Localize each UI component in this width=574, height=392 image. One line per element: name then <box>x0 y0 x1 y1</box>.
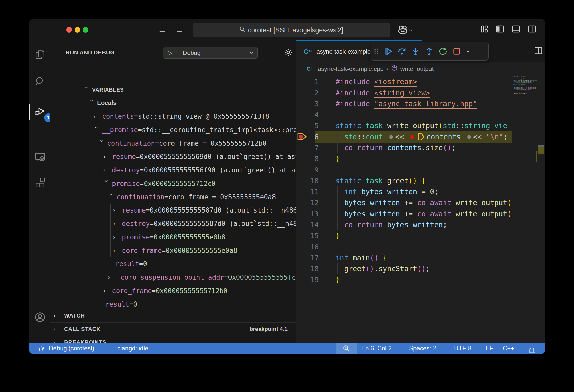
status-eol[interactable]: LF <box>486 343 493 354</box>
section-watch[interactable]: ›WATCH <box>50 309 296 322</box>
step-into-icon[interactable] <box>409 44 422 58</box>
stop-icon[interactable] <box>450 44 464 58</box>
code-line[interactable]: #include "async-task-library.hpp" <box>336 98 512 110</box>
line-number[interactable]: 16 <box>299 242 319 253</box>
variable-row[interactable]: ›coro_frame = 0x00005555555712b0 <box>103 284 227 297</box>
toggle-panel-icon[interactable] <box>511 24 521 35</box>
command-center-search[interactable]: corotest [SSH: avogelsges-wsl2] <box>193 23 390 37</box>
profile-avatar-icon[interactable] <box>397 24 408 37</box>
start-debug-icon[interactable]: ▷ <box>163 47 177 58</box>
customize-layout-icon[interactable] <box>480 24 489 35</box>
notifications-bell-icon[interactable] <box>528 344 536 354</box>
navigate-forward-button[interactable]: → <box>175 25 184 35</box>
line-number[interactable]: 8 <box>299 153 319 164</box>
navigate-back-button[interactable]: ← <box>158 25 166 35</box>
code-line[interactable]: std::cout << contents << "\n"; <box>336 131 512 143</box>
variable-row[interactable]: ›contents = std::string_view @ 0x5555555… <box>93 110 269 123</box>
variable-row[interactable]: ›coro_frame = 0x000055555555e0a8 <box>113 244 237 257</box>
remote-explorer-icon[interactable] <box>34 151 46 163</box>
code-line[interactable]: bytes_written += co_await write_output(c… <box>336 208 512 220</box>
section-breakpoints[interactable]: ›BREAKPOINTS <box>50 336 296 343</box>
toolbar-more-chevron-icon[interactable]: › <box>464 44 473 58</box>
line-number[interactable]: 11 <box>299 186 319 198</box>
split-editor-icon[interactable] <box>534 46 543 56</box>
line-number[interactable]: 2 <box>299 87 319 99</box>
section-call-stack[interactable]: ›CALL STACKbreakpoint 4.1 <box>50 322 296 336</box>
line-number[interactable]: 5 <box>299 120 319 131</box>
debug-status-label[interactable]: Debug (corotest) <box>49 343 94 354</box>
step-over-icon[interactable] <box>395 44 409 58</box>
code-line[interactable]: bytes_written += co_await write_output(c… <box>336 197 512 208</box>
minimap[interactable]: #include <iostream>#include <string_view… <box>513 75 537 343</box>
editor-more-actions-icon[interactable]: ··· <box>545 46 545 55</box>
code-line[interactable]: } <box>336 230 512 242</box>
status-language[interactable]: C++ <box>503 343 514 354</box>
code-line[interactable]: greet().syncStart(); <box>336 263 512 275</box>
accounts-icon[interactable] <box>34 311 46 323</box>
code-line[interactable]: co_return contents.size(); <box>336 142 512 154</box>
code-line[interactable] <box>336 164 512 176</box>
code-editor[interactable]: 1#include <iostream>2#include <string_vi… <box>296 75 545 343</box>
variable-row[interactable]: ›continuation = coro frame = 0x55555555e… <box>108 190 276 204</box>
restart-icon[interactable] <box>436 44 450 58</box>
line-number[interactable]: 19 <box>299 274 319 285</box>
breadcrumb-symbol[interactable]: write_output <box>400 65 434 72</box>
line-number[interactable]: 3 <box>299 98 319 110</box>
breadcrumb-file[interactable]: async-task-example.cpp <box>318 65 384 72</box>
line-number[interactable]: 4 <box>299 109 319 120</box>
variable-row[interactable]: ›_coro_suspension_point_addr = 0x0000555… <box>108 271 296 284</box>
code-line[interactable]: static task greet() { <box>336 175 512 187</box>
variable-row[interactable]: ›promise = 0x00005555555712c0 <box>103 177 216 190</box>
code-line[interactable] <box>336 242 512 253</box>
line-number[interactable]: 6 <box>299 131 319 143</box>
code-line[interactable]: #include <string_view> <box>336 87 512 99</box>
tree-section-locals[interactable]: ›Locals <box>89 96 117 110</box>
line-number[interactable]: 18 <box>299 263 319 275</box>
extensions-icon[interactable] <box>34 178 46 189</box>
zoom-status-cell[interactable] <box>336 343 357 354</box>
line-number[interactable]: 9 <box>299 164 319 176</box>
line-number[interactable]: 7 <box>299 142 319 154</box>
code-line[interactable]: } <box>336 274 512 285</box>
explorer-icon[interactable] <box>34 49 46 61</box>
code-line[interactable]: static task write_output(std::string_vie <box>336 120 512 131</box>
continue-icon[interactable] <box>381 44 395 58</box>
status-encoding[interactable]: UTF-8 <box>454 343 471 354</box>
code-line[interactable]: co_return bytes_written; <box>336 219 512 231</box>
code-line[interactable]: int main() { <box>336 252 512 264</box>
status-indentation[interactable]: Spaces: 2 <box>409 343 436 354</box>
variable-row[interactable]: ›promise = 0x000055555555e0b8 <box>113 230 225 244</box>
toggle-primary-sidebar-icon[interactable] <box>495 24 505 35</box>
code-line[interactable]: #include <iostream> <box>336 76 512 87</box>
line-number[interactable]: 15 <box>299 230 319 242</box>
line-number[interactable]: 13 <box>299 208 319 220</box>
configure-gear-icon[interactable] <box>284 48 293 58</box>
variable-row[interactable]: ›continuation = coro frame = 0x555555571… <box>98 137 266 150</box>
toggle-secondary-sidebar-icon[interactable] <box>527 24 537 35</box>
line-number[interactable]: 1 <box>299 76 319 87</box>
clangd-status[interactable]: clangd: idle <box>117 343 148 354</box>
code-line[interactable]: } <box>336 153 512 164</box>
line-number[interactable]: 14 <box>299 219 319 231</box>
variable-row[interactable]: ›destroy = 0x0000555555556f90 (a.out`gre… <box>103 163 296 177</box>
variable-row[interactable]: result = 0 <box>113 257 147 271</box>
code-line[interactable]: int bytes_written = 0; <box>336 186 512 198</box>
status-line-col[interactable]: Ln 6, Col 2 <box>362 343 392 354</box>
step-out-icon[interactable] <box>422 44 436 58</box>
search-icon[interactable] <box>34 76 46 87</box>
variable-row[interactable]: ›destroy = 0x00005555555587d0 (a.out`std… <box>113 217 296 231</box>
tree-section-variables[interactable]: ›VARIABLES <box>83 83 124 96</box>
run-and-debug-icon[interactable] <box>34 105 46 117</box>
variable-row[interactable]: ›resume = 0x00005555555587d0 (a.out`std:… <box>113 204 296 217</box>
zoom-window-button[interactable] <box>83 27 88 33</box>
line-number[interactable]: 10 <box>299 175 319 187</box>
overview-ruler[interactable] <box>537 75 545 343</box>
minimize-window-button[interactable] <box>75 27 80 33</box>
close-window-button[interactable] <box>66 27 72 33</box>
variable-row[interactable]: ›__promise = std::__coroutine_traits_imp… <box>93 123 296 137</box>
code-line[interactable] <box>336 109 512 120</box>
line-number[interactable]: 17 <box>299 252 319 264</box>
variable-row[interactable]: ›resume = 0x00005555555569d0 (a.out`gree… <box>103 150 296 163</box>
toolbar-drag-grip[interactable] <box>371 44 381 58</box>
launch-config-dropdown[interactable]: ▷ Debug › <box>163 47 258 59</box>
